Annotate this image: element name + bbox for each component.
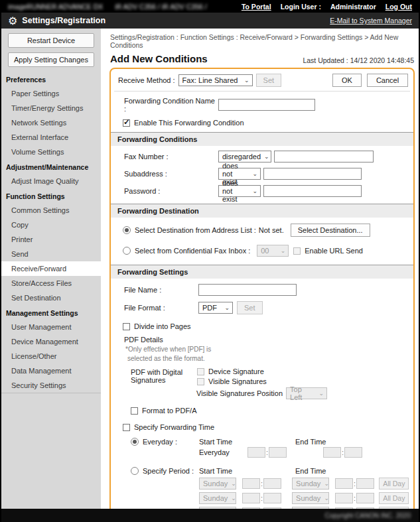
chevron-down-icon: ⌄ xyxy=(319,391,324,397)
chevron-down-icon: ⌄ xyxy=(324,481,329,487)
sidebar-item-printer[interactable]: Printer xyxy=(1,232,101,247)
period-start-day-select: Sunday ⌄ xyxy=(199,478,236,489)
apply-setting-changes-button[interactable]: Apply Setting Changes xyxy=(8,52,94,67)
fax-number-op-select[interactable]: disregarded ⌄ xyxy=(218,151,271,163)
log-out-link[interactable]: Log Out xyxy=(385,3,412,11)
period-start-hour-input xyxy=(242,493,260,503)
specify-period-rows: Sunday ⌄ : Sunday ⌄ xyxy=(111,478,413,509)
top-device-bar: imageRUNNER ADVANCE DX iR ADV C356 / iR … xyxy=(1,0,419,13)
gear-icon: ⚙ xyxy=(8,15,17,27)
file-format-select[interactable]: PDF ⌄ xyxy=(198,302,233,314)
sidebar-item-license-other[interactable]: License/Other xyxy=(1,349,101,363)
receive-method-select[interactable]: Fax: Line Shared ⌄ xyxy=(178,74,253,86)
file-name-label: File Name : xyxy=(124,286,198,294)
all-day-button: All Day xyxy=(379,492,409,504)
sidebar-item-store-access-files[interactable]: Store/Access Files xyxy=(1,276,101,291)
receive-method-label: Receive Method : xyxy=(118,76,175,84)
chevron-down-icon: ⌄ xyxy=(281,248,286,254)
format-pdfa-checkbox[interactable] xyxy=(131,407,138,415)
condition-name-label: Forwarding Condition Name : xyxy=(124,97,218,113)
chevron-down-icon: ⌄ xyxy=(231,481,236,487)
destination-not-set-text: Not set. xyxy=(259,226,284,234)
enable-condition-label: Enable This Forwarding Condition xyxy=(134,119,244,127)
sidebar-section-header: Management Settings xyxy=(1,305,101,320)
sidebar-item-paper-settings[interactable]: Paper Settings xyxy=(1,86,101,101)
subaddress-input[interactable] xyxy=(263,168,362,180)
address-list-radio[interactable] xyxy=(123,226,131,234)
ok-button[interactable]: OK xyxy=(332,74,362,87)
sidebar-item-security-settings[interactable]: Security Settings xyxy=(1,378,101,393)
period-start-hour-input xyxy=(242,478,260,489)
confidential-inbox-label: Select from Confidential Fax Inbox : xyxy=(135,247,250,255)
fax-number-input[interactable] xyxy=(274,151,374,163)
everyday-radio[interactable] xyxy=(131,438,139,446)
file-format-set-button: Set xyxy=(237,301,263,314)
period-start-day-select: Sunday ⌄ xyxy=(199,507,236,509)
chevron-down-icon: ⌄ xyxy=(244,78,249,84)
sidebar-item-network-settings[interactable]: Network Settings xyxy=(1,115,101,130)
app-title: Settings/Registration xyxy=(22,16,105,25)
confidential-inbox-select: 00 ⌄ xyxy=(257,245,289,257)
sidebar-item-volume-settings[interactable]: Volume Settings xyxy=(1,145,101,159)
period-end-hour-input xyxy=(335,493,353,503)
specify-forwarding-time-checkbox[interactable] xyxy=(123,424,130,431)
sidebar-section-header: Function Settings xyxy=(1,188,101,203)
sidebar-item-timer-energy-settings[interactable]: Timer/Energy Settings xyxy=(1,101,101,115)
sidebar-item-common-settings[interactable]: Common Settings xyxy=(1,203,101,218)
cancel-button[interactable]: Cancel xyxy=(367,74,408,87)
login-user-label: Login User : xyxy=(281,3,321,11)
period-end-minute-input xyxy=(356,478,374,489)
file-name-input[interactable] xyxy=(198,284,297,296)
everyday-start-hour-input xyxy=(247,447,265,458)
password-op-select[interactable]: does not exist ⌄ xyxy=(218,185,261,197)
specify-period-label: Specify Period : xyxy=(143,467,194,475)
last-updated: Last Updated : 14/12 2020 14:48:45 xyxy=(303,56,414,64)
format-pdfa-label: Format to PDF/A xyxy=(142,407,197,415)
visible-signatures-position-label: Visible Signatures Position xyxy=(196,389,283,397)
condition-name-input[interactable] xyxy=(218,99,315,111)
main-content: Settings/Registration : Function Setting… xyxy=(101,29,419,509)
specify-period-radio[interactable] xyxy=(131,467,139,475)
sidebar-item-set-destination[interactable]: Set Destination xyxy=(1,291,101,305)
device-model: imageRUNNER ADVANCE DX xyxy=(8,3,103,11)
to-portal-link[interactable]: To Portal xyxy=(242,3,271,11)
enable-condition-checkbox[interactable] xyxy=(123,119,130,127)
forwarding-settings-header: Forwarding Settings xyxy=(111,265,413,279)
forwarding-conditions-header: Forwarding Conditions xyxy=(111,132,413,146)
period-end-minute-input xyxy=(356,507,374,509)
everyday-row-label: Everyday xyxy=(199,448,240,456)
visible-signatures-position-select: Top Left ⌄ xyxy=(286,387,327,399)
select-destination-button[interactable]: Select Destination... xyxy=(291,224,370,237)
sidebar-item-external-interface[interactable]: External Interface xyxy=(1,130,101,145)
specify-period-row: Sunday ⌄ : Sunday ⌄ xyxy=(199,492,413,504)
specify-period-row: Sunday ⌄ : Sunday ⌄ xyxy=(199,507,413,509)
sidebar-item-data-management[interactable]: Data Management xyxy=(1,363,101,378)
chevron-down-icon: ⌄ xyxy=(231,495,236,501)
period-start-minute-input xyxy=(263,478,281,489)
pdf-details-label: PDF Details xyxy=(124,336,163,344)
password-input[interactable] xyxy=(263,185,362,197)
receive-method-set-button: Set xyxy=(256,74,282,87)
sidebar-item-copy[interactable]: Copy xyxy=(1,218,101,232)
restart-device-button[interactable]: Restart Device xyxy=(8,33,94,48)
divide-into-pages-checkbox[interactable] xyxy=(123,323,130,330)
email-system-manager-link[interactable]: E-Mail to System Manager xyxy=(330,17,412,25)
sidebar-item-user-management[interactable]: User Management xyxy=(1,320,101,334)
chevron-down-icon: ⌄ xyxy=(324,495,329,501)
divide-into-pages-label: Divide into Pages xyxy=(134,322,191,330)
confidential-inbox-radio[interactable] xyxy=(123,247,131,255)
chevron-down-icon: ⌄ xyxy=(224,305,230,311)
sidebar-item-send[interactable]: Send xyxy=(1,247,101,261)
breadcrumb: Settings/Registration : Function Setting… xyxy=(110,33,415,49)
specify-forwarding-time-label: Specify Forwarding Time xyxy=(134,423,214,431)
sidebar-item-device-management[interactable]: Device Management xyxy=(1,334,101,349)
all-day-button: All Day xyxy=(379,478,409,489)
sidebar-section-header: Adjustment/Maintenance xyxy=(1,159,101,174)
sidebar-item-receive-forward[interactable]: Receive/Forward xyxy=(1,261,101,276)
copyright-text: Copyright CANON INC. 2020 xyxy=(325,512,411,519)
subaddress-op-select[interactable]: does not exist ⌄ xyxy=(218,168,261,180)
period-end-day-select: Sunday ⌄ xyxy=(292,478,329,489)
device-signature-label: Device Signature xyxy=(208,367,264,375)
chevron-down-icon: ⌄ xyxy=(252,171,257,177)
sidebar-item-adjust-image-quality[interactable]: Adjust Image Quality xyxy=(1,174,101,188)
